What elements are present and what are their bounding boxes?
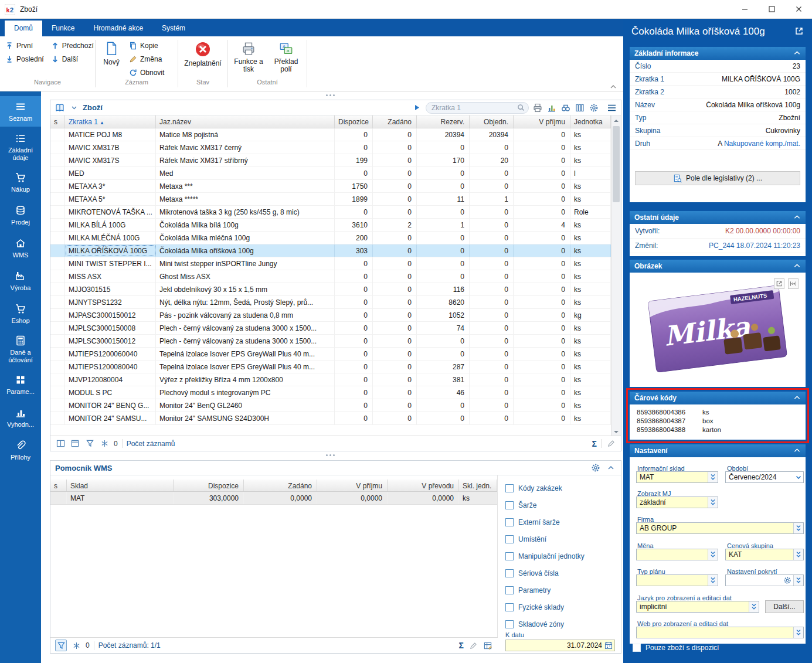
- checkbox-item[interactable]: Parametry: [505, 582, 617, 599]
- table-row[interactable]: METAXA 3*Metaxa ***17500000ks: [50, 180, 611, 193]
- checkbox-icon[interactable]: [505, 569, 514, 577]
- k-datu-input[interactable]: 31.07.2024: [505, 640, 615, 651]
- scroll-up-icon[interactable]: [611, 115, 621, 125]
- maximize-button[interactable]: [758, 0, 785, 18]
- table-row[interactable]: MAVIC XM317SRáfek Mavic XM317 stříbrný19…: [50, 154, 611, 167]
- vertical-scrollbar[interactable]: [611, 115, 621, 437]
- sidebar-item-parametry[interactable]: Parame...: [0, 370, 41, 400]
- open-external-icon[interactable]: [794, 26, 804, 36]
- function-print-button[interactable]: Funkce a tisk: [230, 39, 267, 79]
- checkbox-icon[interactable]: [505, 535, 514, 543]
- pokryti-select[interactable]: [725, 574, 804, 586]
- table-row[interactable]: MAVIC XM317BRáfek Mavic XM317 černý00000…: [50, 141, 611, 154]
- collapse-section-icon[interactable]: [794, 396, 801, 400]
- column-header[interactable]: V příjmu: [514, 115, 570, 128]
- pole-dle-legislativy-button[interactable]: Pole dle legislativy (2) ...: [635, 171, 800, 185]
- gear-icon[interactable]: [590, 463, 601, 473]
- chart-icon[interactable]: [546, 103, 557, 113]
- binoculars-icon[interactable]: [560, 103, 571, 113]
- firma-select[interactable]: AB GROUP: [636, 522, 804, 534]
- collapse-section-icon[interactable]: [794, 264, 801, 268]
- sidebar-item-zakladni-udaje[interactable]: Základní údaje: [0, 129, 41, 165]
- tab-hromadne-akce[interactable]: Hromadné akce: [84, 21, 152, 36]
- refresh-button[interactable]: Obnovit: [126, 66, 167, 79]
- druh-link[interactable]: Nakupované komp./mat.: [724, 140, 800, 148]
- checkbox-item[interactable]: Skladové zóny: [505, 616, 617, 633]
- next-button[interactable]: Další: [48, 53, 97, 65]
- checkbox-item[interactable]: Umístění: [505, 531, 617, 548]
- double-chevron-icon[interactable]: [793, 523, 803, 533]
- tab-domu[interactable]: Domů: [5, 21, 42, 36]
- column-header[interactable]: Jaz.název: [156, 115, 335, 128]
- section-header[interactable]: Nastavení: [630, 444, 806, 457]
- double-chevron-icon[interactable]: [793, 575, 803, 586]
- previous-button[interactable]: Předchozí: [48, 39, 97, 52]
- snowflake-icon[interactable]: [71, 640, 81, 651]
- table-row[interactable]: METAXA 5*Metaxa *****189901110ks: [50, 193, 611, 206]
- double-chevron-icon[interactable]: [708, 549, 718, 560]
- menu-icon[interactable]: [606, 103, 617, 113]
- pouze-zbozi-checkbox[interactable]: Pouze zboží s dispozicí: [633, 644, 719, 652]
- table-row[interactable]: MONITOR 24" SAMSU...Monitor 24" SAMSUNG …: [50, 412, 611, 425]
- fit-width-icon[interactable]: [788, 278, 799, 289]
- zobrazit-mj-select[interactable]: základní: [636, 497, 718, 508]
- double-chevron-icon[interactable]: [708, 575, 718, 586]
- chevron-down-icon[interactable]: [69, 103, 79, 113]
- table-row[interactable]: MJTIEPS1200060040Tepelná izolace Isover …: [50, 348, 611, 361]
- table-row[interactable]: MODUL S PCPlechový modul s integrovaným …: [50, 386, 611, 399]
- table-row[interactable]: MJPLSC3000150008Plech - černý válcovaný …: [50, 322, 611, 335]
- checkbox-icon[interactable]: [633, 644, 641, 652]
- sidebar-item-seznam[interactable]: Seznam: [0, 96, 41, 127]
- search-input[interactable]: Zkratka 1: [426, 102, 529, 114]
- column-header[interactable]: Zadáno: [373, 115, 417, 128]
- collapse-section-icon[interactable]: [794, 215, 801, 220]
- informacni-sklad-select[interactable]: MAT: [636, 471, 718, 483]
- table-row[interactable]: MILKA MLÉČNÁ 100GČokoláda Milka mléčná 1…: [50, 232, 611, 244]
- table-row[interactable]: MISS ASXGhost Miss ASX00000ks: [50, 270, 611, 283]
- column-header[interactable]: Rezerv.: [417, 115, 470, 128]
- collapse-section-icon[interactable]: [794, 51, 801, 56]
- play-icon[interactable]: [412, 103, 422, 113]
- checkbox-item[interactable]: Externí šarže: [505, 514, 617, 531]
- checkbox-icon[interactable]: [505, 603, 514, 611]
- checkbox-icon[interactable]: [505, 552, 514, 560]
- book-icon[interactable]: [55, 103, 65, 113]
- double-chevron-icon[interactable]: [793, 627, 803, 638]
- column-header[interactable]: s: [50, 115, 65, 128]
- sidebar-item-vyroba[interactable]: Výroba: [0, 266, 41, 296]
- table-row[interactable]: MJTIEPS1200080040Tepelná izolace Isover …: [50, 361, 611, 373]
- splitter-handle[interactable]: [326, 454, 335, 456]
- table-row[interactable]: MILKA OŘÍŠKOVÁ 100GČokoláda Milka oříško…: [50, 244, 611, 257]
- invalidate-button[interactable]: Zneplatnění: [181, 39, 225, 79]
- table-row[interactable]: MJJO301515Jekl obdelníkový 30 x 15 x 1,5…: [50, 283, 611, 296]
- cenova-skupina-select[interactable]: KAT: [725, 549, 804, 560]
- table-edit-icon[interactable]: [483, 640, 493, 651]
- checkbox-item[interactable]: Manipulační jednotky: [505, 548, 617, 565]
- sidebar-item-prilohy[interactable]: Přílohy: [0, 436, 41, 466]
- sidebar-item-wms[interactable]: WMS: [0, 233, 41, 263]
- double-chevron-icon[interactable]: [793, 549, 803, 560]
- table-row[interactable]: MJPASC3000150012Pás - pozink válcovaný z…: [50, 309, 611, 322]
- sidebar-item-nakup[interactable]: Nákup: [0, 167, 41, 198]
- sidebar-item-eshop[interactable]: Eshop: [0, 298, 41, 329]
- column-header[interactable]: Jednotka: [570, 115, 611, 128]
- splitter-handle[interactable]: [326, 94, 335, 96]
- change-button[interactable]: Změna: [126, 53, 167, 65]
- checkbox-icon[interactable]: [505, 484, 514, 492]
- print-icon[interactable]: [532, 103, 543, 113]
- snowflake-icon[interactable]: [99, 438, 110, 449]
- column-header[interactable]: Zkratka 1▲: [65, 115, 156, 128]
- jazyk-select[interactable]: implicitní: [636, 601, 759, 613]
- tab-funkce[interactable]: Funkce: [42, 21, 84, 36]
- typ-planu-select[interactable]: [636, 574, 718, 586]
- sidebar-item-prodej[interactable]: Prodej: [0, 200, 41, 230]
- sidebar-item-dane-a-uctovani[interactable]: Daně a účtování: [0, 331, 41, 367]
- table-row[interactable]: MATICE POJ M8Matice M8 pojistná002039420…: [50, 128, 611, 141]
- collapse-section-icon[interactable]: [794, 448, 801, 453]
- column-header[interactable]: Zadáno: [244, 480, 317, 491]
- chevron-down-icon[interactable]: [793, 472, 803, 482]
- columns-icon[interactable]: [575, 103, 585, 113]
- obdobi-select[interactable]: Červenec/2024: [725, 471, 804, 483]
- checkbox-item[interactable]: Kódy zakázek: [505, 480, 617, 497]
- dalsi-button[interactable]: Další...: [765, 600, 804, 613]
